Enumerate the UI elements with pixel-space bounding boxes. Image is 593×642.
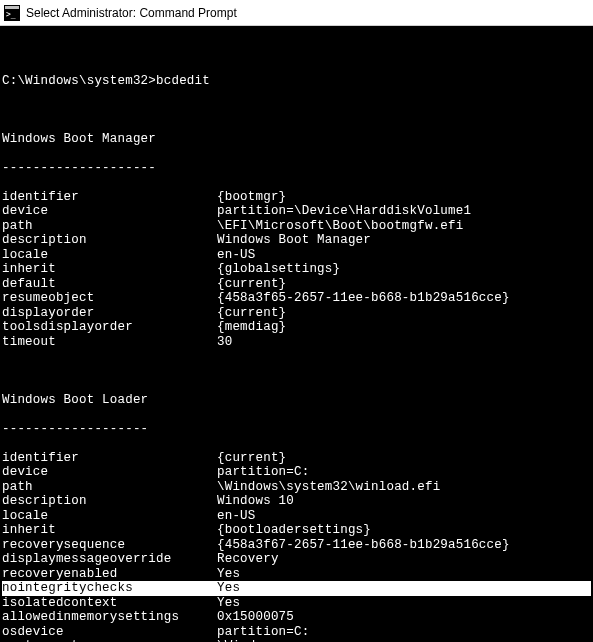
output-key: locale xyxy=(2,248,217,263)
output-row: localeen-US xyxy=(2,248,591,263)
boot-manager-rows: identifier{bootmgr}devicepartition=\Devi… xyxy=(2,190,591,350)
output-value: partition=C: xyxy=(217,625,309,640)
output-key: displaymessageoverride xyxy=(2,552,217,567)
output-row: recoverysequence{458a3f67-2657-11ee-b668… xyxy=(2,538,591,553)
section-title-boot-loader: Windows Boot Loader xyxy=(2,393,591,408)
output-key: identifier xyxy=(2,451,217,466)
blank-line xyxy=(2,364,591,379)
output-row: inherit{globalsettings} xyxy=(2,262,591,277)
output-row: allowedinmemorysettings0x15000075 xyxy=(2,610,591,625)
output-value: en-US xyxy=(217,248,256,263)
section-divider: ------------------- xyxy=(2,422,591,437)
output-row: recoveryenabledYes xyxy=(2,567,591,582)
output-key: timeout xyxy=(2,335,217,350)
output-key: osdevice xyxy=(2,625,217,640)
svg-rect-1 xyxy=(5,6,19,9)
output-row: inherit{bootloadersettings} xyxy=(2,523,591,538)
output-row: osdevicepartition=C: xyxy=(2,625,591,640)
output-row: toolsdisplayorder{memdiag} xyxy=(2,320,591,335)
output-row: nointegritychecksYes xyxy=(2,581,591,596)
output-row: displayorder{current} xyxy=(2,306,591,321)
output-value: Yes xyxy=(217,581,240,596)
output-row: devicepartition=\Device\HarddiskVolume1 xyxy=(2,204,591,219)
titlebar[interactable]: >_ Select Administrator: Command Prompt xyxy=(0,0,593,26)
output-value: {bootloadersettings} xyxy=(217,523,371,538)
output-value: 0x15000075 xyxy=(217,610,294,625)
output-key: path xyxy=(2,480,217,495)
output-row: isolatedcontextYes xyxy=(2,596,591,611)
output-value: {current} xyxy=(217,277,286,292)
svg-text:>_: >_ xyxy=(6,10,16,19)
output-value: {globalsettings} xyxy=(217,262,340,277)
output-key: allowedinmemorysettings xyxy=(2,610,217,625)
blank-line xyxy=(2,45,591,60)
output-row: localeen-US xyxy=(2,509,591,524)
output-value: partition=\Device\HarddiskVolume1 xyxy=(217,204,471,219)
output-row: identifier{current} xyxy=(2,451,591,466)
output-row: resumeobject{458a3f65-2657-11ee-b668-b1b… xyxy=(2,291,591,306)
terminal-output[interactable]: C:\Windows\system32>bcdedit Windows Boot… xyxy=(0,26,593,642)
output-value: \EFI\Microsoft\Boot\bootmgfw.efi xyxy=(217,219,463,234)
output-key: path xyxy=(2,219,217,234)
output-value: en-US xyxy=(217,509,256,524)
output-key: recoveryenabled xyxy=(2,567,217,582)
output-value: {458a3f67-2657-11ee-b668-b1b29a516cce} xyxy=(217,538,510,553)
output-value: Windows Boot Manager xyxy=(217,233,371,248)
output-value: {bootmgr} xyxy=(217,190,286,205)
output-key: recoverysequence xyxy=(2,538,217,553)
output-key: identifier xyxy=(2,190,217,205)
output-value: \Windows\system32\winload.efi xyxy=(217,480,440,495)
output-key: displayorder xyxy=(2,306,217,321)
output-key: locale xyxy=(2,509,217,524)
output-value: Recovery xyxy=(217,552,279,567)
output-value: partition=C: xyxy=(217,465,309,480)
output-row: devicepartition=C: xyxy=(2,465,591,480)
output-row: identifier{bootmgr} xyxy=(2,190,591,205)
output-row: default{current} xyxy=(2,277,591,292)
output-key: inherit xyxy=(2,523,217,538)
output-value: {current} xyxy=(217,451,286,466)
output-key: default xyxy=(2,277,217,292)
section-title-boot-manager: Windows Boot Manager xyxy=(2,132,591,147)
boot-loader-rows: identifier{current}devicepartition=C:pat… xyxy=(2,451,591,643)
output-row: timeout30 xyxy=(2,335,591,350)
output-row: displaymessageoverrideRecovery xyxy=(2,552,591,567)
output-value: 30 xyxy=(217,335,232,350)
output-value: Windows 10 xyxy=(217,494,294,509)
prompt-line-1: C:\Windows\system32>bcdedit xyxy=(2,74,591,89)
output-value: Yes xyxy=(217,567,240,582)
output-key: nointegritychecks xyxy=(2,581,217,596)
output-value: {458a3f65-2657-11ee-b668-b1b29a516cce} xyxy=(217,291,510,306)
output-key: description xyxy=(2,494,217,509)
output-key: toolsdisplayorder xyxy=(2,320,217,335)
window-title: Select Administrator: Command Prompt xyxy=(26,6,237,20)
output-row: descriptionWindows 10 xyxy=(2,494,591,509)
output-key: resumeobject xyxy=(2,291,217,306)
output-value: Yes xyxy=(217,596,240,611)
output-value: {memdiag} xyxy=(217,320,286,335)
output-row: descriptionWindows Boot Manager xyxy=(2,233,591,248)
output-row: path\Windows\system32\winload.efi xyxy=(2,480,591,495)
cmd-icon: >_ xyxy=(4,5,20,21)
output-key: device xyxy=(2,465,217,480)
output-row: path\EFI\Microsoft\Boot\bootmgfw.efi xyxy=(2,219,591,234)
blank-line xyxy=(2,103,591,118)
output-key: description xyxy=(2,233,217,248)
section-divider: -------------------- xyxy=(2,161,591,176)
output-key: isolatedcontext xyxy=(2,596,217,611)
output-key: device xyxy=(2,204,217,219)
output-value: {current} xyxy=(217,306,286,321)
output-key: inherit xyxy=(2,262,217,277)
